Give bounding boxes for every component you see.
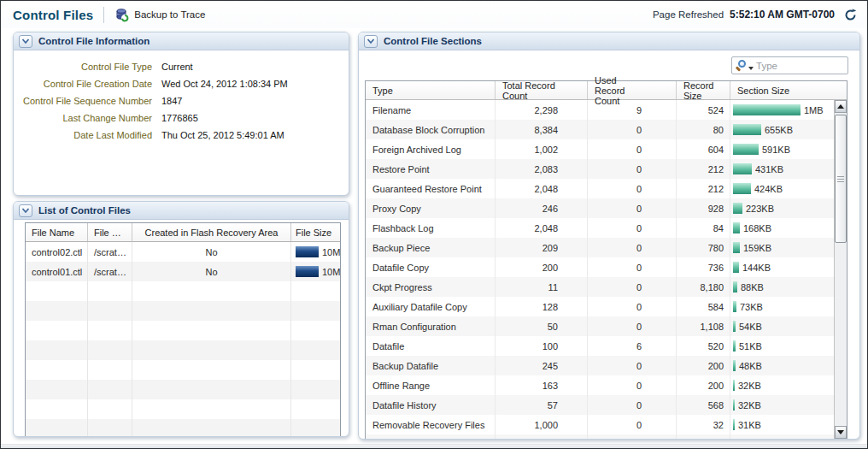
empty-table-row[interactable] <box>26 419 340 437</box>
column-header[interactable]: Created in Flash Recovery Area <box>132 223 291 241</box>
column-header[interactable]: Used Record Count <box>588 81 677 99</box>
type-filter-search-box[interactable] <box>731 56 848 74</box>
table-row[interactable]: Backup Datafile245020048KB <box>366 356 847 375</box>
section-size-value: 51KB <box>739 341 762 352</box>
table-row[interactable]: Guaranteed Restore Point2,0480212424KB <box>366 179 847 198</box>
section-type-cell: Flashback Log <box>366 218 496 238</box>
table-row[interactable]: Foreign Archived Log1,0020604591KB <box>366 139 847 159</box>
total-record-count-cell: 200 <box>496 257 588 277</box>
scrollbar-thumb[interactable] <box>835 115 847 243</box>
section-size-value: 223KB <box>746 204 774 214</box>
empty-cell <box>132 321 291 340</box>
table-row[interactable]: Flashback Log2,048084168KB <box>366 218 847 238</box>
table-row[interactable]: Removable Recovery Files1,00003231KB <box>366 415 847 434</box>
table-row[interactable]: Proxy Copy2460928223KB <box>366 198 847 218</box>
total-record-count-cell: 209 <box>496 238 588 257</box>
column-header[interactable]: Section Size <box>730 81 847 99</box>
section-size-value: 73KB <box>740 302 763 312</box>
backup-to-trace-label: Backup to Trace <box>134 9 205 20</box>
empty-table-row[interactable] <box>26 380 340 399</box>
search-options-caret-icon[interactable] <box>748 67 754 70</box>
empty-table-row[interactable] <box>26 399 340 419</box>
file-size-value: 10MB <box>322 267 341 277</box>
table-row[interactable]: control02.ctl/scrat…No10MB <box>26 242 340 262</box>
table-row[interactable]: Restore Point2,0830212431KB <box>366 159 847 179</box>
vertical-scrollbar[interactable] <box>834 100 847 439</box>
table-row[interactable]: Ckpt Progress1108,18088KB <box>366 277 847 297</box>
total-record-count-cell: 57 <box>496 395 588 415</box>
empty-table-row[interactable] <box>26 281 340 301</box>
empty-cell <box>132 380 291 399</box>
record-size-cell: 8,180 <box>677 277 730 297</box>
empty-table-row[interactable] <box>26 360 340 380</box>
section-type-cell: Filename <box>366 100 496 120</box>
table-row[interactable]: Datafile History57056832KB <box>366 395 847 415</box>
file-size-cell: 10MB <box>291 242 340 262</box>
backup-to-trace-button[interactable]: Backup to Trace <box>114 8 205 22</box>
column-header[interactable]: File … <box>88 223 132 241</box>
used-record-count-cell: 0 <box>588 434 677 439</box>
total-record-count-cell: 50 <box>496 316 588 336</box>
collapse-button[interactable] <box>364 35 378 48</box>
column-header[interactable]: File Size <box>291 223 340 241</box>
table-row[interactable]: Offline Range163020032KB <box>366 375 847 395</box>
empty-cell <box>291 380 340 399</box>
info-field-row: Control File Sequence Number1847 <box>14 96 349 107</box>
section-size-value: 32KB <box>738 381 761 391</box>
used-record-count-cell: 0 <box>588 297 677 316</box>
table-row[interactable]: Auxiliary Datafile Copy128058473KB <box>366 297 847 316</box>
empty-cell <box>88 380 132 399</box>
column-header[interactable]: Type <box>366 81 496 99</box>
field-value: Wed Oct 24, 2012 1:08:34 PM <box>161 79 288 90</box>
column-header[interactable]: Total Record Count <box>496 81 588 99</box>
table-row[interactable]: Backup Piece2090780159KB <box>366 238 847 257</box>
empty-table-row[interactable] <box>26 321 340 340</box>
collapse-button[interactable] <box>19 204 32 217</box>
empty-table-row[interactable] <box>26 301 340 321</box>
panel-title: Control File Information <box>38 36 150 46</box>
table-row[interactable]: Database Block Corruption8,384080655KB <box>366 120 847 139</box>
table-row[interactable]: Datafile Copy2000736144KB <box>366 257 847 277</box>
scroll-down-button[interactable] <box>835 426 847 439</box>
table-row[interactable]: Backup Redo Log1,07707630KB <box>366 434 847 439</box>
used-record-count-cell: 0 <box>588 277 677 297</box>
record-size-cell: 84 <box>677 218 730 238</box>
record-size-cell: 928 <box>677 198 730 218</box>
empty-cell <box>88 360 132 380</box>
section-size-bar <box>733 301 736 312</box>
used-record-count-cell: 0 <box>588 395 677 415</box>
table-row[interactable]: Filename2,29895241MB <box>366 100 847 120</box>
field-label: Last Change Number <box>14 113 152 124</box>
section-size-bar <box>733 242 740 253</box>
section-size-cell: 51KB <box>730 336 834 356</box>
empty-cell <box>132 399 291 419</box>
table-row[interactable]: control01.ctl/scrat…No10MB <box>26 262 340 281</box>
section-size-cell: 424KB <box>730 179 834 198</box>
chevron-down-icon <box>366 37 376 45</box>
empty-table-row[interactable] <box>26 340 340 360</box>
section-type-cell: Backup Piece <box>366 238 496 257</box>
total-record-count-cell: 1,077 <box>496 434 588 439</box>
column-header[interactable]: File Name <box>26 223 88 241</box>
column-header[interactable]: Record Size <box>677 81 730 99</box>
scroll-up-button[interactable] <box>835 100 847 113</box>
panel-header: Control File Sections <box>359 32 859 50</box>
collapse-button[interactable] <box>19 35 32 48</box>
type-filter-input[interactable] <box>756 61 844 71</box>
field-value: Current <box>161 62 193 73</box>
file-name-cell: control02.ctl <box>26 242 88 262</box>
section-size-cell: 144KB <box>730 257 834 277</box>
section-size-bar <box>733 321 736 332</box>
table-row[interactable]: Datafile100652051KB <box>366 336 847 356</box>
total-record-count-cell: 1,002 <box>496 139 588 159</box>
section-size-bar <box>733 222 740 233</box>
record-size-cell: 520 <box>677 336 730 356</box>
empty-cell <box>132 281 291 301</box>
table-row[interactable]: Rman Configuration5001,10854KB <box>366 316 847 336</box>
refresh-button[interactable] <box>844 9 857 21</box>
section-size-bar <box>733 144 759 155</box>
search-icon[interactable] <box>736 60 748 72</box>
section-size-cell: 655KB <box>730 120 834 139</box>
section-type-cell: Datafile History <box>366 395 496 415</box>
empty-cell <box>26 321 88 340</box>
